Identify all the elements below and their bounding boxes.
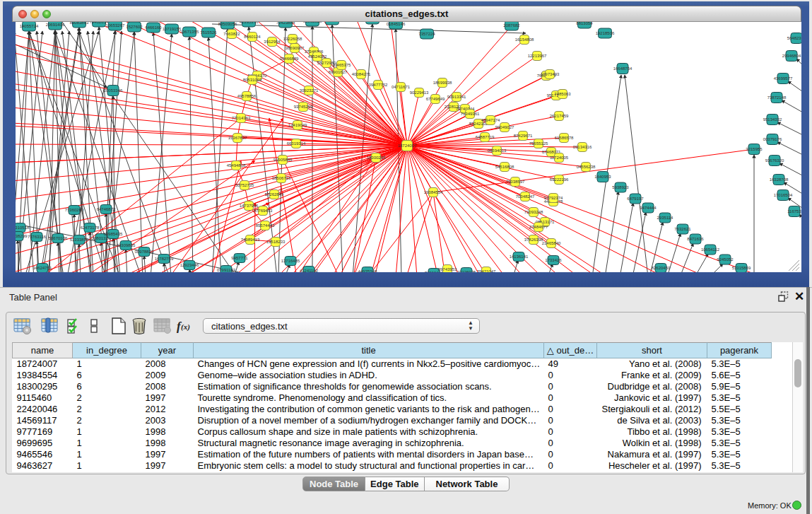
svg-text:1527602: 1527602 — [126, 25, 143, 29]
svg-text:51333872: 51333872 — [70, 238, 89, 242]
svg-text:77014363: 77014363 — [232, 116, 251, 120]
svg-text:70348247: 70348247 — [516, 194, 535, 199]
svg-text:80531003: 80531003 — [243, 78, 262, 82]
svg-text:7357224: 7357224 — [418, 32, 435, 36]
svg-text:29946804: 29946804 — [782, 54, 801, 58]
svg-text:72423884: 72423884 — [276, 22, 295, 25]
svg-text:10654112: 10654112 — [701, 247, 720, 252]
svg-text:13716485: 13716485 — [281, 259, 300, 263]
svg-text:82620450: 82620450 — [652, 266, 671, 270]
svg-text:16328708: 16328708 — [770, 177, 789, 182]
svg-text:34309805: 34309805 — [117, 243, 136, 247]
svg-text:34624751: 34624751 — [33, 266, 52, 270]
svg-text:06594013: 06594013 — [488, 148, 507, 153]
svg-text:73763116: 73763116 — [28, 235, 47, 239]
svg-text:6479197: 6479197 — [627, 197, 644, 201]
svg-text:49947174: 49947174 — [481, 118, 500, 122]
svg-text:73872148: 73872148 — [767, 95, 787, 100]
svg-text:116753: 116753 — [787, 209, 801, 214]
svg-text:27484677: 27484677 — [529, 225, 548, 229]
svg-text:04711671: 04711671 — [392, 85, 411, 89]
svg-text:2087682: 2087682 — [503, 23, 520, 28]
svg-text:76038597: 76038597 — [506, 180, 525, 184]
svg-text:9457771: 9457771 — [231, 256, 248, 260]
svg-text:14055724: 14055724 — [20, 24, 39, 28]
svg-text:14136141: 14136141 — [510, 255, 529, 259]
svg-text:67749649: 67749649 — [426, 97, 445, 101]
svg-text:8813054: 8813054 — [576, 22, 593, 25]
svg-text:11724005: 11724005 — [550, 156, 569, 160]
svg-text:16154808: 16154808 — [515, 37, 534, 42]
svg-text:10719155: 10719155 — [163, 27, 182, 31]
svg-text:39421047: 39421047 — [477, 269, 496, 272]
svg-text:10653267: 10653267 — [106, 23, 125, 28]
svg-text:41395376: 41395376 — [240, 22, 259, 24]
svg-text:00379176: 00379176 — [763, 137, 782, 141]
svg-text:95134332: 95134332 — [763, 117, 782, 122]
svg-text:90229413: 90229413 — [410, 90, 429, 95]
svg-text:9474444: 9474444 — [640, 206, 657, 210]
svg-text:13226058: 13226058 — [283, 37, 302, 41]
svg-text:50752735: 50752735 — [235, 183, 254, 187]
svg-text:77360260: 77360260 — [65, 208, 84, 212]
svg-text:3215955: 3215955 — [746, 147, 763, 151]
svg-text:30923271: 30923271 — [300, 88, 319, 93]
svg-text:34738299: 34738299 — [16, 234, 28, 238]
svg-text:87429671: 87429671 — [514, 134, 533, 138]
svg-text:9245052: 9245052 — [717, 257, 734, 262]
svg-text:19218506: 19218506 — [596, 31, 615, 35]
svg-text:5938923: 5938923 — [612, 185, 629, 189]
svg-text:54516808: 54516808 — [495, 165, 514, 169]
svg-text:10973493: 10973493 — [541, 72, 560, 76]
svg-text:01845146: 01845146 — [387, 22, 406, 26]
svg-text:12213967: 12213967 — [528, 54, 547, 58]
svg-text:91905865: 91905865 — [273, 158, 293, 162]
svg-text:99049027: 99049027 — [495, 125, 514, 129]
svg-text:04556238: 04556238 — [577, 165, 596, 169]
svg-text:69222196: 69222196 — [550, 177, 569, 182]
svg-text:41241182: 41241182 — [300, 269, 319, 272]
svg-text:05466889: 05466889 — [280, 57, 299, 61]
svg-text:85574443: 85574443 — [256, 223, 275, 228]
svg-text:1733426: 1733426 — [545, 258, 562, 262]
svg-text:87769453: 87769453 — [254, 209, 273, 213]
svg-text:20465375: 20465375 — [332, 63, 351, 67]
svg-text:75655125: 75655125 — [529, 141, 548, 146]
svg-text:83503056: 83503056 — [218, 22, 237, 26]
svg-text:93745299: 93745299 — [294, 105, 313, 109]
svg-text:71349361: 71349361 — [461, 112, 480, 116]
svg-text:1640953: 1640953 — [594, 175, 611, 179]
svg-text:20053346: 20053346 — [104, 88, 123, 93]
svg-text:12923446: 12923446 — [180, 263, 199, 267]
svg-text:61586578: 61586578 — [555, 136, 574, 140]
svg-text:18300295: 18300295 — [367, 156, 386, 160]
svg-text:44935348: 44935348 — [358, 269, 377, 272]
svg-text:6466160: 6466160 — [145, 25, 162, 30]
svg-text:53315869: 53315869 — [732, 266, 751, 270]
svg-text:10671355: 10671355 — [180, 30, 199, 34]
svg-text:49578856: 49578856 — [237, 94, 257, 98]
svg-text:40084271: 40084271 — [352, 72, 371, 76]
svg-text:(x): (x) — [181, 322, 190, 332]
svg-text:71093248: 71093248 — [524, 210, 543, 214]
svg-text:18506716: 18506716 — [272, 176, 291, 180]
svg-text:66319314: 66319314 — [287, 141, 306, 146]
svg-text:14737996: 14737996 — [240, 204, 259, 208]
svg-text:89083863: 89083863 — [70, 22, 89, 25]
svg-text:26217459: 26217459 — [550, 114, 569, 118]
svg-text:57262849: 57262849 — [265, 192, 284, 197]
svg-text:17016504: 17016504 — [774, 193, 793, 197]
svg-text:19384554: 19384554 — [424, 190, 443, 194]
svg-text:09134316: 09134316 — [573, 145, 592, 149]
svg-text:7485063: 7485063 — [554, 92, 571, 96]
svg-text:12419049: 12419049 — [288, 123, 307, 127]
svg-text:31367837: 31367837 — [228, 136, 247, 140]
svg-text:07991183: 07991183 — [217, 268, 236, 272]
svg-text:69985435: 69985435 — [104, 232, 123, 236]
svg-text:09477752: 09477752 — [369, 83, 388, 87]
svg-text:93676320: 93676320 — [765, 158, 784, 163]
svg-text:93792374: 93792374 — [544, 196, 563, 200]
svg-text:90913341: 90913341 — [447, 95, 466, 99]
svg-text:7515526: 7515526 — [200, 30, 217, 35]
svg-text:18699938: 18699938 — [433, 81, 452, 85]
